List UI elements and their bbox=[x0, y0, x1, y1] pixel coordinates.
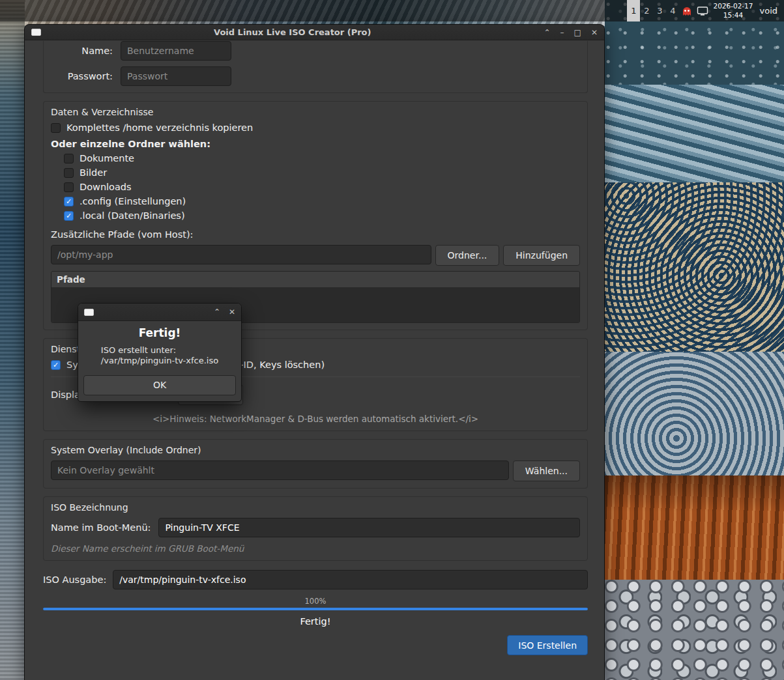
password-label: Passwort: bbox=[51, 71, 113, 81]
add-path-button[interactable]: Hinzufügen bbox=[503, 245, 580, 266]
overlay-choose-button[interactable]: Wählen... bbox=[513, 460, 580, 481]
finished-dialog: ⌃ ✕ Fertig! ISO erstellt unter: /var/tmp… bbox=[78, 303, 242, 402]
dialog-app-icon bbox=[84, 309, 94, 316]
services-hint: <i>Hinweis: NetworkManager & D-Bus werde… bbox=[51, 414, 580, 424]
copy-home-checkbox-row[interactable]: Komplettes /home verzeichnis kopieren bbox=[51, 122, 580, 133]
folder-row-dokumente[interactable]: Dokumente bbox=[64, 153, 580, 163]
dialog-message-line2: /var/tmp/pinguin-tv-xfce.iso bbox=[101, 356, 218, 366]
choose-folders-label: Oder einzelne Ordner wählen: bbox=[51, 139, 580, 149]
dokumente-checkbox[interactable] bbox=[64, 154, 74, 163]
dialog-close-icon[interactable]: ✕ bbox=[229, 307, 235, 317]
dialog-shade-icon[interactable]: ⌃ bbox=[214, 307, 220, 317]
copy-home-label: Komplettes /home verzeichnis kopieren bbox=[66, 122, 253, 133]
clock-time: 15:44 bbox=[713, 11, 753, 20]
downloads-checkbox[interactable] bbox=[64, 182, 74, 192]
workspace-button-1[interactable]: 1 bbox=[627, 0, 640, 21]
dialog-titlebar[interactable]: ⌃ ✕ bbox=[78, 304, 241, 321]
display-icon[interactable] bbox=[695, 0, 710, 21]
extra-paths-label: Zusätzliche Pfade (vom Host): bbox=[51, 229, 580, 240]
extra-path-input[interactable] bbox=[51, 245, 431, 264]
dialog-ok-button[interactable]: OK bbox=[83, 375, 236, 395]
iso-output-input[interactable] bbox=[113, 570, 588, 589]
window-controls: ⌃ – □ ✕ bbox=[544, 29, 598, 36]
overlay-frame-title: System Overlay (Include Ordner) bbox=[51, 445, 580, 455]
shade-icon[interactable]: ⌃ bbox=[544, 29, 551, 36]
boot-menu-name-label: Name im Boot-Menü: bbox=[51, 522, 151, 533]
folder-row-config[interactable]: .config (Einstellungen) bbox=[64, 196, 580, 206]
workspace-button-2[interactable]: 2 bbox=[640, 0, 653, 21]
folder-label: Downloads bbox=[80, 182, 132, 192]
top-panel: 1 2 3 4 2026-02-17 15:44 void bbox=[0, 0, 784, 21]
iso-output-label: ISO Ausgabe: bbox=[43, 574, 106, 585]
folder-label: .config (Einstellungen) bbox=[80, 196, 186, 206]
minimize-icon[interactable]: – bbox=[560, 29, 564, 36]
workspace-button-4[interactable]: 4 bbox=[666, 0, 679, 21]
overlay-frame: System Overlay (Include Ordner) Wählen..… bbox=[43, 439, 588, 489]
folder-row-local[interactable]: .local (Daten/Binaries) bbox=[64, 210, 580, 221]
dialog-controls: ⌃ ✕ bbox=[214, 307, 235, 317]
progress-bar bbox=[43, 608, 588, 610]
hostname-label: void bbox=[759, 6, 777, 16]
boot-menu-name-hint: Dieser Name erscheint im GRUB Boot-Menü bbox=[51, 543, 580, 554]
workspace-button-3[interactable]: 3 bbox=[653, 0, 666, 21]
clock-date: 2026-02-17 bbox=[713, 2, 753, 11]
name-label: Name: bbox=[51, 46, 113, 56]
overlay-path-input[interactable] bbox=[51, 460, 509, 480]
copy-home-checkbox[interactable] bbox=[51, 123, 61, 133]
updates-icon[interactable] bbox=[679, 0, 695, 21]
data-frame-title: Daten & Verzeichnisse bbox=[51, 107, 580, 117]
dialog-title: Fertig! bbox=[83, 326, 236, 339]
dialog-message: ISO erstellt unter: /var/tmp/pinguin-tv-… bbox=[101, 345, 218, 367]
close-icon[interactable]: ✕ bbox=[591, 29, 598, 36]
folder-label: .local (Daten/Binaries) bbox=[80, 210, 185, 221]
folder-row-bilder[interactable]: Bilder bbox=[64, 167, 580, 178]
progress-status: Fertig! bbox=[43, 616, 588, 627]
clock[interactable]: 2026-02-17 15:44 bbox=[713, 2, 753, 20]
config-checkbox[interactable] bbox=[64, 197, 74, 206]
data-directories-frame: Daten & Verzeichnisse Komplettes /home v… bbox=[43, 101, 588, 330]
maximize-icon[interactable]: □ bbox=[574, 29, 581, 36]
user-frame: Name: Passwort: bbox=[43, 41, 588, 93]
username-input[interactable] bbox=[121, 41, 231, 61]
iso-name-frame: ISO Bezeichnung Name im Boot-Menü: Diese… bbox=[43, 496, 588, 561]
window-titlebar[interactable]: Void Linux Live ISO Creator (Pro) ⌃ – □ … bbox=[25, 25, 604, 40]
iso-frame-title: ISO Bezeichnung bbox=[51, 502, 580, 513]
folder-label: Dokumente bbox=[80, 153, 134, 163]
dialog-message-line1: ISO erstellt unter: bbox=[101, 345, 218, 356]
cleanup-checkbox[interactable] bbox=[51, 360, 61, 370]
window-app-icon bbox=[31, 29, 41, 36]
folder-row-downloads[interactable]: Downloads bbox=[64, 182, 580, 192]
bilder-checkbox[interactable] bbox=[64, 168, 74, 178]
password-input[interactable] bbox=[121, 66, 231, 86]
create-iso-button[interactable]: ISO Erstellen bbox=[507, 635, 588, 655]
browse-folder-button[interactable]: Ordner... bbox=[435, 245, 500, 266]
boot-menu-name-input[interactable] bbox=[158, 518, 580, 537]
paths-table-header: Pfade bbox=[51, 272, 579, 287]
panel-right-cluster: 1 2 3 4 2026-02-17 15:44 void bbox=[627, 0, 784, 21]
folder-label: Bilder bbox=[80, 167, 107, 178]
progress-percent-label: 100% bbox=[43, 597, 588, 606]
local-checkbox[interactable] bbox=[64, 211, 74, 221]
progress-bar-fill bbox=[43, 608, 588, 610]
window-title: Void Linux Live ISO Creator (Pro) bbox=[46, 27, 539, 37]
dialog-body: Fertig! ISO erstellt unter: /var/tmp/pin… bbox=[78, 321, 241, 401]
